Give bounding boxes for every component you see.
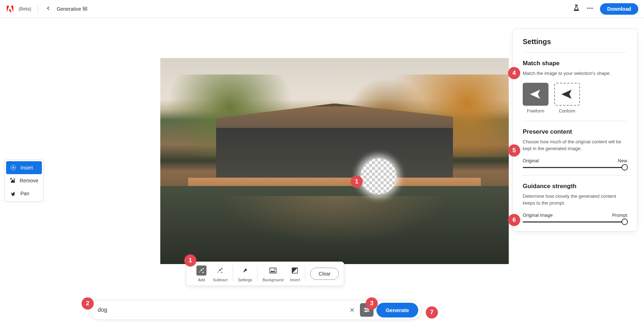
annotation-badge-4: 4 (508, 67, 520, 79)
page-title: Generative fill (57, 6, 87, 12)
selection-area[interactable] (361, 158, 396, 194)
canvas-image (160, 58, 509, 264)
svg-point-1 (589, 8, 590, 9)
freeform-icon (523, 83, 548, 106)
background-icon (268, 266, 278, 276)
guidance-slider[interactable] (523, 221, 627, 223)
insert-icon (10, 164, 17, 171)
shape-conform[interactable]: Conform (554, 83, 580, 114)
annotation-badge-1: 1 (351, 176, 363, 188)
svg-point-4 (14, 178, 15, 180)
tool-insert[interactable]: Insert (6, 161, 42, 174)
brush-background[interactable]: Background (263, 266, 284, 282)
guidance-heading: Guidance strength (523, 183, 627, 190)
more-icon[interactable] (586, 5, 594, 13)
preserve-left-label: Original (523, 158, 539, 163)
background-label: Background (263, 278, 284, 282)
svg-point-6 (274, 269, 275, 270)
adobe-logo-icon (6, 5, 14, 13)
guidance-section: Guidance strength Determine how closely … (523, 176, 627, 223)
annotation-badge-7: 7 (426, 306, 438, 319)
guidance-right-label: Prompt (612, 212, 627, 218)
preserve-right-label: New (618, 158, 627, 163)
conform-label: Conform (559, 109, 575, 114)
close-icon (350, 307, 355, 312)
match-shape-heading: Match shape (523, 60, 627, 67)
divider (38, 5, 38, 13)
canvas[interactable] (160, 58, 509, 264)
tool-insert-label: Insert (20, 165, 33, 171)
tool-pan-label: Pan (20, 191, 29, 196)
brush-settings[interactable]: Settings (238, 266, 252, 282)
generate-button[interactable]: Generate (376, 303, 418, 317)
annotation-badge-6: 6 (508, 214, 520, 226)
pan-icon (10, 190, 17, 197)
prompt-clear-button[interactable] (347, 305, 357, 315)
svg-rect-5 (270, 268, 276, 273)
svg-point-9 (367, 309, 369, 311)
tool-pan[interactable]: Pan (6, 187, 42, 200)
annotation-badge-5: 5 (508, 144, 520, 157)
brush-subtract-icon (215, 266, 225, 276)
left-toolbar: Insert Remove Pan (4, 159, 44, 202)
remove-icon (10, 177, 16, 184)
preserve-heading: Preserve content (523, 128, 627, 135)
preserve-section: Preserve content Choose how much of the … (523, 121, 627, 176)
svg-point-8 (365, 308, 366, 309)
invert-icon (290, 266, 300, 276)
brush-subtract[interactable]: Subtract (213, 266, 228, 282)
tool-remove-label: Remove (20, 178, 38, 183)
preserve-desc: Choose how much of the original content … (523, 138, 627, 152)
canvas-house (216, 104, 453, 178)
canvas-reflection (202, 196, 467, 254)
svg-point-10 (365, 311, 367, 312)
prompt-input[interactable] (98, 307, 347, 313)
annotation-badge-1b: 1 (184, 254, 196, 267)
guidance-desc: Determine how closely the generated cont… (523, 193, 627, 207)
annotation-badge-2: 2 (82, 297, 94, 310)
svg-point-0 (587, 8, 589, 9)
download-button[interactable]: Download (600, 3, 638, 15)
brush-settings-label: Settings (238, 278, 252, 282)
back-button[interactable] (44, 4, 52, 14)
beaker-icon[interactable] (573, 5, 580, 13)
chevron-left-icon (46, 6, 51, 11)
invert-label: Invert (290, 278, 300, 282)
annotation-badge-3: 3 (366, 297, 378, 310)
match-shape-desc: Match the image to your selection's shap… (523, 70, 627, 77)
svg-point-2 (591, 8, 592, 9)
guidance-left-label: Original image (523, 212, 553, 218)
conform-icon (554, 83, 580, 106)
brush-subtract-label: Subtract (213, 278, 228, 282)
header: (Beta) Generative fill Download (0, 0, 644, 18)
toolbar-divider (305, 266, 305, 282)
brush-add-icon (196, 266, 206, 276)
header-left: (Beta) Generative fill (6, 4, 87, 14)
tool-remove[interactable]: Remove (6, 174, 42, 187)
brush-settings-icon (240, 266, 250, 276)
brush-invert[interactable]: Invert (290, 266, 300, 282)
header-right: Download (573, 3, 638, 15)
clear-button[interactable]: Clear (310, 268, 338, 280)
match-shape-section: Match shape Match the image to your sele… (523, 53, 627, 121)
guidance-slider-thumb[interactable] (621, 219, 628, 225)
preserve-slider[interactable] (523, 167, 627, 168)
brush-add-label: Add (198, 278, 205, 282)
brush-add[interactable]: Add (196, 266, 206, 282)
settings-panel: Settings Match shape Match the image to … (512, 29, 638, 231)
settings-title: Settings (523, 38, 627, 53)
preserve-slider-thumb[interactable] (621, 164, 628, 171)
shape-freeform[interactable]: Freeform (523, 83, 548, 114)
beta-label: (Beta) (19, 6, 31, 11)
freeform-label: Freeform (527, 109, 545, 114)
brush-toolbar: Add Subtract Settings Background (186, 262, 344, 286)
